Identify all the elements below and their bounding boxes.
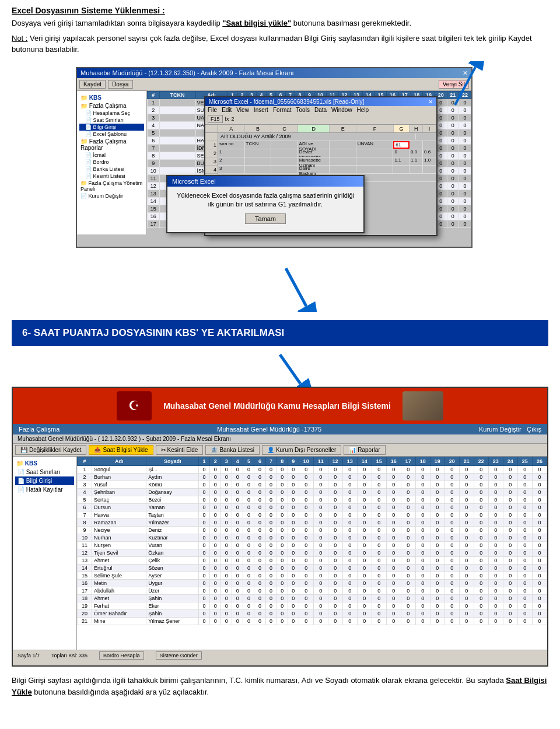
kbs2-cell-day: 0 <box>503 496 517 503</box>
kbs1-sidebar-yonetim[interactable]: 📁 Fazla Çalışma Yönetim Paneli <box>79 180 144 192</box>
excel-menu-insert[interactable]: Insert <box>254 107 268 113</box>
kbs1-cell-day: 0 <box>447 152 459 159</box>
dialog-tamam-btn[interactable]: Tamam <box>245 213 286 224</box>
kbs1-sidebar-fazla[interactable]: 📁 Fazla Çalışma <box>79 102 144 110</box>
excel-menu-help[interactable]: Help <box>357 107 369 113</box>
excel-menu-format[interactable]: Format <box>273 107 292 113</box>
excel-cell-h4 <box>410 166 423 173</box>
kbs2-nav-saat-bilgisi[interactable]: 📤 Saat Bilgisi Yükle <box>89 445 153 455</box>
kbs2-bordro-btn[interactable]: Bordro Hesapla <box>99 651 144 660</box>
kbs2-cell-day: 0 <box>276 526 288 534</box>
kbs2-cell-day: 0 <box>532 511 547 518</box>
kbs2-cell-day: 0 <box>265 541 276 549</box>
kbs2-cell-day: 0 <box>299 534 313 541</box>
kbs1-sidebar-hesaplama[interactable]: 📄 Hesaplama Seç <box>79 110 144 117</box>
kbs2-cell-name: Mine <box>92 617 146 625</box>
kbs2-cell-day: 0 <box>276 617 288 625</box>
kbs2-cikis[interactable]: Çıkış <box>527 426 541 433</box>
kbs2-cell-day: 0 <box>221 465 232 473</box>
kbs1-sidebar-icmal[interactable]: 📄 İcmal <box>79 152 144 159</box>
kbs2-cell-day: 0 <box>488 602 503 609</box>
kbs2-cell-day: 0 <box>276 556 288 564</box>
kbs2-cell-day: 0 <box>459 587 474 594</box>
kbs2-cell-surname: Özkan <box>146 549 199 556</box>
kbs2-cell-day: 0 <box>342 511 357 518</box>
kbs1-sidebar-saat[interactable]: 📄 Saat Sınırları <box>79 117 144 124</box>
excel-menu-file[interactable]: File <box>208 107 217 113</box>
kbs2-sisteme-btn[interactable]: Sisteme Gönder <box>156 651 202 660</box>
kbs2-nav-kurum-disi[interactable]: 👤 Kurum Dışı Personeller <box>262 445 341 455</box>
kbs2-cell-day: 0 <box>415 579 430 587</box>
kbs1-sidebar-excel[interactable]: 📄 Excel Şablonu <box>79 131 144 138</box>
kbs1-sidebar-banka[interactable]: 📄 Banka Listesi <box>79 166 144 173</box>
kbs1-save-btn[interactable]: Kaydet <box>79 80 106 89</box>
kbs1-sidebar-bordro[interactable]: 📄 Bordro <box>79 159 144 166</box>
kbs2-cell-day: 0 <box>288 526 299 534</box>
kbs2-cell-day: 0 <box>372 564 386 572</box>
kbs2-nav-kesinti[interactable]: ✂ Kesinti Elde <box>156 445 204 455</box>
kbs2-cell-day: 0 <box>386 594 401 602</box>
kbs2-cell-day: 0 <box>243 617 254 625</box>
kbs2-cell-day: 0 <box>459 465 474 473</box>
excel-cell-e1 <box>330 141 356 149</box>
kbs2-cell-day: 0 <box>342 496 357 503</box>
kbs1-sidebar-kesinti[interactable]: 📄 Kesinti Listesi <box>79 173 144 180</box>
kbs2-nav-degisiklikleri[interactable]: 💾 Değişiklikleri Kaydet <box>15 445 86 455</box>
kbs2-cell-day: 0 <box>328 473 342 481</box>
intro-bold: "Saat bilgisi yükle" <box>222 19 291 27</box>
kbs2-cell-day: 0 <box>288 579 299 587</box>
kbs2-sidebar-bilgi-girisi[interactable]: 📄 Bilgi Girişi <box>15 476 74 485</box>
kbs2-cell-day: 0 <box>265 602 276 609</box>
kbs2-cell-day: 0 <box>517 594 532 602</box>
excel-formula-fx: fx <box>225 116 229 122</box>
kbs2-cell-day: 0 <box>372 579 386 587</box>
kbs2-cell-day: 0 <box>342 465 357 473</box>
kbs2-cell-day: 0 <box>328 503 342 511</box>
kbs2-cell-day: 0 <box>532 518 547 526</box>
kbs2-cell-day: 0 <box>474 541 488 549</box>
kbs2-th-1: 1 <box>199 457 210 465</box>
kbs2-cell-day: 0 <box>210 609 221 617</box>
excel-menu-window[interactable]: Window <box>331 107 352 113</box>
excel-row-num-2: 1 <box>205 141 218 149</box>
excel-menu-view[interactable]: View <box>236 107 249 113</box>
kbs2-cell-day: 0 <box>299 587 313 594</box>
excel-close[interactable]: ✕ <box>428 99 433 105</box>
kbs2-table-row: 19FerhatEker00000000000000000000000000 <box>78 602 547 609</box>
kbs2-cell-surname: Uygur <box>146 579 199 587</box>
kbs2-sidebar-hatali[interactable]: 📄 Hatalı Kayıtlar <box>15 485 74 494</box>
kbs2-nav-raporlar[interactable]: 📊 Raporlar <box>344 445 385 455</box>
excel-data-row-2: 1 Devlet Muhasebe Uzmanı 0 0.0 0.6 <box>218 149 436 157</box>
kbs2-cell-day: 0 <box>459 594 474 602</box>
excel-row-num-1 <box>205 133 218 141</box>
kbs1-sidebar-bilgi[interactable]: 📄 Bilgi Girişi <box>79 124 144 131</box>
excel-menu-data[interactable]: Data <box>314 107 327 113</box>
kbs2-cell-day: 0 <box>342 602 357 609</box>
kbs2-cell-surname: Eker <box>146 602 199 609</box>
excel-menu-edit[interactable]: Edit <box>222 107 232 113</box>
kbs2-cell-day: 0 <box>265 473 276 481</box>
kbs2-cell-day: 0 <box>342 579 357 587</box>
kbs2-cell-day: 0 <box>532 609 547 617</box>
excel-cell-d3: Muhasebe Uzmanı <box>298 157 330 165</box>
excel-col-a: A <box>218 125 245 132</box>
kbs2-cell-day: 0 <box>243 526 254 534</box>
kbs2-kurum-degistir[interactable]: Kurum Değiştir <box>479 426 522 433</box>
kbs1-sidebar-kurum[interactable]: 📄 Kurum Değiştir <box>79 192 144 199</box>
kbs2-cell-day: 0 <box>328 564 342 572</box>
kbs2-cell-day: 0 <box>474 534 488 541</box>
excel-menu-tools[interactable]: Tools <box>296 107 310 113</box>
kbs2-sidebar-saat-sinirlari[interactable]: 📄 Saat Sınırları <box>15 468 74 476</box>
kbs2-nav-banka[interactable]: 🏦 Banka Listesi <box>205 445 259 455</box>
kbs2-cell-day: 0 <box>254 503 265 511</box>
kbs1-sidebar-raporlar[interactable]: 📁 Fazla Çalışma Raporlar <box>79 138 144 152</box>
kbs2-cell-day: 0 <box>474 481 488 488</box>
kbs2-cell-day: 0 <box>372 473 386 481</box>
kbs2-cell-day: 0 <box>288 503 299 511</box>
excel-cell-f3 <box>356 157 394 165</box>
kbs2-cell-day: 0 <box>221 549 232 556</box>
kbs1-dosya-btn[interactable]: Dosya <box>108 80 132 89</box>
kbs2-cell-day: 0 <box>199 518 210 526</box>
kbs2-cell-day: 0 <box>401 617 415 625</box>
kbs2-cell-day: 0 <box>288 511 299 518</box>
